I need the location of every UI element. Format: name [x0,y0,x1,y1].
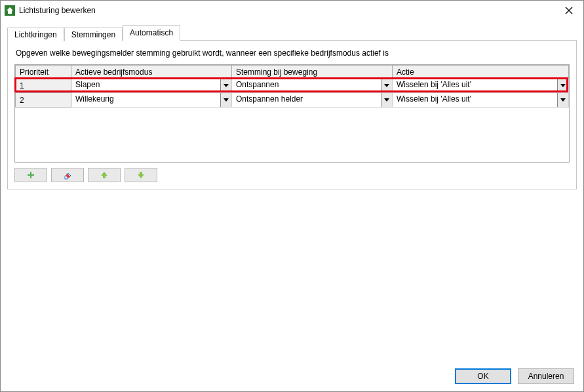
svg-marker-7 [560,84,566,87]
cell-mood[interactable]: Ontspannen [232,79,393,93]
cell-mode[interactable]: Slapen [71,79,232,93]
client-area: Lichtkringen Stemmingen Automatisch Opge… [1,20,583,361]
col-header-priority[interactable]: Prioriteit [16,66,71,79]
tab-strip: Lichtkringen Stemmingen Automatisch [7,24,577,40]
cell-action[interactable]: Wisselen bij 'Alles uit' [393,93,569,108]
dropdown-button[interactable] [381,79,392,92]
cell-mood-value: Ontspannen [232,79,381,92]
chevron-down-icon [560,84,566,88]
plus-icon [26,170,35,180]
tab-automatisch[interactable]: Automatisch [123,25,180,41]
svg-marker-6 [384,84,389,87]
title-bar: Lichtsturing bewerken [1,1,583,20]
dropdown-button[interactable] [381,93,392,107]
cell-mood-value: Ontspannen helder [232,93,381,107]
rules-grid[interactable]: Prioriteit Actieve bedrijfsmodus Stemmin… [14,64,570,163]
app-icon [5,5,15,16]
move-down-button[interactable] [125,168,157,182]
panel-description: Opgeven welke bewegingsmelder stemming g… [16,49,570,58]
grid-area: Prioriteit Actieve bedrijfsmodus Stemmin… [14,64,570,163]
svg-marker-16 [138,172,144,178]
dropdown-button[interactable] [220,79,231,92]
tab-stemmingen[interactable]: Stemmingen [64,28,123,41]
svg-marker-9 [384,98,389,102]
chevron-down-icon [224,98,229,102]
cell-mode-value: Willekeurig [71,93,220,107]
arrow-down-icon [136,170,146,180]
tab-lichtkringen[interactable]: Lichtkringen [7,28,64,41]
svg-marker-10 [560,98,566,102]
dropdown-button[interactable] [557,93,568,107]
dialog-window: Lichtsturing bewerken Lichtkringen Stemm… [0,0,584,392]
chevron-down-icon [224,84,229,88]
cell-mode[interactable]: Willekeurig [71,93,232,108]
window-close-button[interactable] [554,1,583,20]
svg-rect-12 [28,174,34,176]
grid-header-row: Prioriteit Actieve bedrijfsmodus Stemmin… [16,66,569,79]
dialog-footer: OK Annuleren [1,361,583,391]
arrow-up-icon [100,170,109,180]
chevron-down-icon [384,98,389,102]
cell-action[interactable]: Wisselen bij 'Alles uit' [393,79,569,93]
grid-row[interactable]: 1 Slapen [16,79,569,93]
grid-toolbar [14,168,570,182]
dropdown-button[interactable] [220,93,231,107]
dropdown-button[interactable] [557,79,568,92]
delete-row-button[interactable] [51,168,84,182]
cell-mood[interactable]: Ontspannen helder [232,93,393,108]
cancel-button[interactable]: Annuleren [518,368,574,384]
cell-action-value: Wisselen bij 'Alles uit' [393,79,557,92]
ok-button[interactable]: OK [455,368,511,384]
chevron-down-icon [384,84,389,88]
move-up-button[interactable] [88,168,121,182]
col-header-mode[interactable]: Actieve bedrijfsmodus [71,66,232,79]
add-row-button[interactable] [14,168,47,182]
svg-rect-2 [8,10,12,14]
cell-action-value: Wisselen bij 'Alles uit' [393,93,557,107]
cell-priority[interactable]: 2 [16,93,71,108]
eraser-icon [63,170,72,180]
cell-priority[interactable]: 1 [16,79,71,93]
svg-marker-5 [224,84,229,87]
tab-panel-automatisch: Opgeven welke bewegingsmelder stemming g… [7,40,577,189]
svg-marker-15 [101,172,107,178]
window-title: Lichtsturing bewerken [19,6,554,15]
chevron-down-icon [560,98,566,102]
close-icon [565,7,573,14]
cell-mode-value: Slapen [71,79,220,92]
col-header-action[interactable]: Actie [393,66,569,79]
col-header-mood[interactable]: Stemming bij beweging [232,66,393,79]
grid-row[interactable]: 2 Willekeurig [16,93,569,108]
svg-marker-8 [224,98,229,102]
